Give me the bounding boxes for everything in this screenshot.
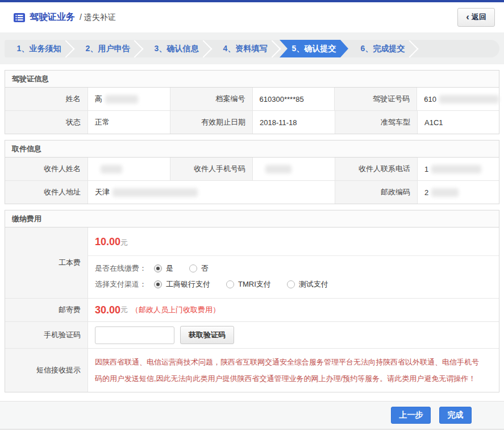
page-title: 驾驶证业务 (30, 11, 75, 23)
back-button-label: 返回 (472, 12, 486, 22)
sms-tip-text: 因陕西省联通、电信运营商技术问题，陕西省互联网交通安全综合服务管理平台无法向持陕… (88, 349, 499, 392)
radio-unselected-icon (226, 280, 234, 288)
step-6-complete-submit[interactable]: 6、完成提交 (348, 40, 417, 57)
postal-code-label: 邮政编码 (335, 181, 417, 204)
redacted-blur (439, 95, 499, 104)
status-label: 状态 (5, 111, 88, 134)
expiry-date-label: 有效期止日期 (170, 111, 252, 134)
vehicle-class-value: A1C1 (417, 111, 499, 134)
postage-fee-row: 邮寄费 30.00元 （邮政人员上门收取费用） (5, 299, 499, 322)
captcha-field-area: 获取验证码 (88, 322, 499, 348)
sms-tip-row: 短信接收提示 因陕西省联通、电信运营商技术问题，陕西省互联网交通安全综合服务管理… (5, 349, 499, 392)
breadcrumb: / 遗失补证 (80, 13, 116, 23)
recipient-phone-value: 1 (417, 158, 499, 180)
radio-selected-icon (154, 264, 162, 272)
table-row: 姓名 高 档案编号 610300****85 驾驶证号码 610 (5, 88, 499, 111)
payment-section-title: 缴纳费用 (5, 210, 499, 228)
license-number-label: 驾驶证号码 (334, 88, 416, 110)
main-content: 驾驶证信息 姓名 高 档案编号 610300****85 驾驶证号码 610 状… (0, 64, 504, 392)
recipient-address-value: 天津 (88, 181, 335, 204)
chevron-left-icon: ‹ (466, 14, 469, 20)
radio-channel-icbc[interactable]: 工商银行支付 (154, 279, 210, 290)
recipient-mobile-label: 收件人手机号码 (170, 158, 252, 180)
table-row: 收件人地址 天津 邮政编码 2 (5, 181, 499, 204)
redacted-blur (105, 95, 138, 104)
name-label: 姓名 (5, 88, 88, 110)
name-value: 高 (88, 88, 170, 110)
cost-fee-value: 10.00元 是否在线缴费： 是 否 选择支付渠道： 工商银行支付 TMRI支付 (88, 228, 499, 298)
main-panel: 驾驶证信息 姓名 高 档案编号 610300****85 驾驶证号码 610 状… (0, 64, 504, 429)
pickup-section-title: 取件信息 (5, 140, 499, 158)
finish-button[interactable]: 完成 (439, 407, 472, 424)
redacted-blur (431, 188, 459, 197)
recipient-name-label: 收件人姓名 (5, 158, 88, 180)
captcha-label: 手机验证码 (5, 322, 88, 348)
recipient-mobile-value (252, 158, 335, 180)
table-row: 状态 正常 有效期止日期 2018-11-18 准驾车型 A1C1 (5, 111, 499, 134)
cost-fee-amount-line: 10.00元 (88, 228, 499, 256)
recipient-phone-label: 收件人联系电话 (335, 158, 417, 180)
get-captcha-button[interactable]: 获取验证码 (180, 326, 234, 344)
file-number-value: 610300****85 (252, 88, 335, 110)
step-3-confirm-info[interactable]: 3、确认信息 (142, 40, 211, 57)
step-navigation: 1、业务须知 2、用户申告 3、确认信息 4、资料填写 5、确认提交 6、完成提… (5, 40, 499, 57)
recipient-name-value (88, 158, 170, 180)
online-payment-question-row: 是否在线缴费： 是 否 (95, 261, 492, 276)
pay-channel-question: 选择支付渠道： (95, 279, 154, 290)
status-value: 正常 (88, 111, 170, 134)
captcha-row: 手机验证码 获取验证码 (5, 322, 499, 349)
pay-channel-question-row: 选择支付渠道： 工商银行支付 TMRI支付 测试支付 (95, 276, 492, 292)
postage-fee-label: 邮寄费 (5, 299, 88, 321)
pickup-info-section: 取件信息 收件人姓名 收件人手机号码 收件人联系电话 1 收件人地址 天津 邮政… (5, 140, 499, 204)
postal-code-value: 2 (417, 181, 499, 204)
redacted-blur (113, 188, 198, 197)
cost-fee-row: 工本费 10.00元 是否在线缴费： 是 否 选择支付渠道： 工商银行支付 (5, 228, 499, 299)
redacted-blur (431, 165, 481, 173)
payment-section: 缴纳费用 工本费 10.00元 是否在线缴费： 是 否 选择支付渠道： (5, 210, 499, 392)
step-1-business-notice[interactable]: 1、业务须知 (5, 40, 73, 57)
radio-unselected-icon (287, 280, 295, 288)
radio-selected-icon (154, 280, 162, 288)
list-icon (14, 13, 25, 22)
expiry-date-value: 2018-11-18 (252, 111, 335, 134)
postage-fee-note: （邮政人员上门收取费用） (131, 305, 220, 315)
step-bar-filler (417, 40, 499, 57)
footer-action-bar: 上一步 完成 (0, 401, 504, 429)
back-button[interactable]: ‹ 返回 (457, 8, 495, 27)
step-4-fill-data[interactable]: 4、资料填写 (211, 40, 280, 57)
payment-options: 是否在线缴费： 是 否 选择支付渠道： 工商银行支付 TMRI支付 测试支付 (88, 256, 499, 298)
postage-fee-value: 30.00元 （邮政人员上门收取费用） (88, 299, 499, 321)
radio-unselected-icon (189, 264, 197, 272)
page-header: 驾驶证业务 / 遗失补证 ‹ 返回 (0, 2, 504, 32)
cost-fee-label: 工本费 (5, 228, 88, 298)
vehicle-class-label: 准驾车型 (335, 111, 417, 134)
previous-step-button[interactable]: 上一步 (391, 407, 431, 424)
online-payment-question: 是否在线缴费： (95, 263, 154, 274)
radio-online-yes[interactable]: 是 (154, 263, 173, 274)
license-section-title: 驾驶证信息 (5, 71, 499, 88)
redacted-blur (265, 165, 291, 173)
radio-channel-test[interactable]: 测试支付 (287, 279, 328, 290)
recipient-address-label: 收件人地址 (5, 181, 88, 204)
cost-fee-amount: 10.00 (95, 236, 120, 247)
step-5-confirm-submit-active[interactable]: 5、确认提交 (280, 40, 348, 57)
radio-channel-tmri[interactable]: TMRI支付 (226, 279, 271, 290)
license-number-value: 610 (416, 88, 499, 110)
file-number-label: 档案编号 (170, 88, 252, 110)
postage-fee-amount: 30.00 (95, 304, 120, 316)
postage-fee-unit: 元 (120, 305, 128, 315)
redacted-blur (101, 165, 122, 173)
cost-fee-unit: 元 (120, 238, 128, 247)
captcha-input[interactable] (95, 326, 174, 344)
step-2-user-declaration[interactable]: 2、用户申告 (73, 40, 142, 57)
sms-tip-label: 短信接收提示 (5, 349, 88, 392)
radio-online-no[interactable]: 否 (189, 263, 209, 274)
license-info-section: 驾驶证信息 姓名 高 档案编号 610300****85 驾驶证号码 610 状… (5, 70, 499, 134)
table-row: 收件人姓名 收件人手机号码 收件人联系电话 1 (5, 158, 499, 181)
